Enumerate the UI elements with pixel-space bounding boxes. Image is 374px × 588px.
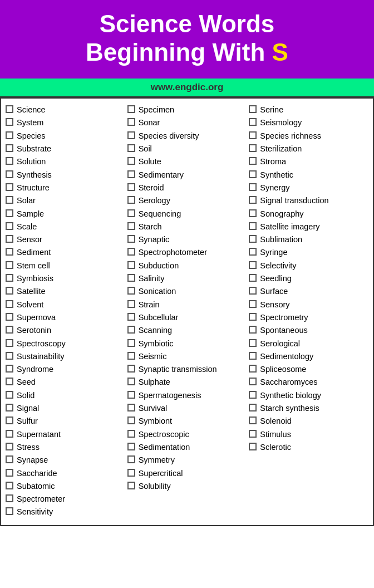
- list-item[interactable]: Starch: [127, 221, 247, 232]
- checkbox-icon[interactable]: [127, 274, 135, 282]
- list-item[interactable]: Sedimentary: [127, 169, 247, 180]
- list-item[interactable]: Solvent: [6, 299, 125, 310]
- checkbox-icon[interactable]: [249, 261, 257, 269]
- checkbox-icon[interactable]: [6, 105, 13, 113]
- list-item[interactable]: Syringe: [249, 247, 368, 258]
- checkbox-icon[interactable]: [127, 339, 135, 347]
- checkbox-icon[interactable]: [6, 313, 13, 321]
- list-item[interactable]: Seed: [6, 376, 125, 388]
- checkbox-icon[interactable]: [127, 170, 135, 178]
- list-item[interactable]: Scale: [6, 221, 125, 232]
- list-item[interactable]: Synaptic: [127, 234, 247, 245]
- checkbox-icon[interactable]: [127, 222, 135, 230]
- list-item[interactable]: Saccharomyces: [249, 376, 368, 388]
- checkbox-icon[interactable]: [127, 455, 135, 463]
- list-item[interactable]: Sonication: [127, 286, 247, 297]
- list-item[interactable]: Steroid: [127, 182, 247, 193]
- checkbox-icon[interactable]: [6, 339, 13, 347]
- list-item[interactable]: Seedling: [249, 273, 368, 284]
- list-item[interactable]: Stimulus: [249, 429, 368, 440]
- list-item[interactable]: Sensory: [249, 299, 368, 310]
- list-item[interactable]: Seismic: [127, 351, 247, 362]
- checkbox-icon[interactable]: [249, 157, 257, 165]
- list-item[interactable]: Sublimation: [249, 234, 368, 245]
- list-item[interactable]: Spliceosome: [249, 364, 368, 375]
- list-item[interactable]: Stroma: [249, 156, 368, 167]
- list-item[interactable]: Synthesis: [6, 169, 125, 180]
- list-item[interactable]: Subcellular: [127, 312, 247, 323]
- list-item[interactable]: Synergy: [249, 182, 368, 193]
- list-item[interactable]: Selectivity: [249, 260, 368, 271]
- checkbox-icon[interactable]: [127, 196, 135, 204]
- checkbox-icon[interactable]: [127, 105, 135, 113]
- checkbox-icon[interactable]: [6, 118, 13, 126]
- list-item[interactable]: Spontaneous: [249, 325, 368, 336]
- list-item[interactable]: Sedimentation: [127, 442, 247, 453]
- checkbox-icon[interactable]: [249, 352, 257, 360]
- checkbox-icon[interactable]: [249, 378, 257, 385]
- checkbox-icon[interactable]: [6, 494, 13, 502]
- checkbox-icon[interactable]: [6, 170, 13, 178]
- list-item[interactable]: Sulphate: [127, 376, 247, 388]
- checkbox-icon[interactable]: [127, 482, 135, 489]
- list-item[interactable]: Serotonin: [6, 325, 125, 336]
- list-item[interactable]: Starch synthesis: [249, 403, 368, 414]
- checkbox-icon[interactable]: [249, 274, 257, 282]
- list-item[interactable]: Supernatant: [6, 429, 125, 440]
- checkbox-icon[interactable]: [6, 430, 13, 438]
- list-item[interactable]: Satellite: [6, 286, 125, 297]
- checkbox-icon[interactable]: [6, 416, 13, 424]
- list-item[interactable]: Sonography: [249, 208, 368, 219]
- list-item[interactable]: Solution: [6, 156, 125, 167]
- checkbox-icon[interactable]: [249, 287, 257, 295]
- list-item[interactable]: Serological: [249, 338, 368, 349]
- list-item[interactable]: Serine: [249, 104, 368, 115]
- list-item[interactable]: Sterilization: [249, 143, 368, 154]
- list-item[interactable]: Solenoid: [249, 415, 368, 427]
- list-item[interactable]: Supercritical: [127, 468, 247, 479]
- checkbox-icon[interactable]: [249, 235, 257, 243]
- checkbox-icon[interactable]: [6, 196, 13, 204]
- checkbox-icon[interactable]: [6, 248, 13, 256]
- checkbox-icon[interactable]: [6, 300, 13, 308]
- checkbox-icon[interactable]: [127, 313, 135, 321]
- checkbox-icon[interactable]: [6, 274, 13, 282]
- list-item[interactable]: System: [6, 117, 125, 128]
- checkbox-icon[interactable]: [127, 326, 135, 334]
- list-item[interactable]: Supernova: [6, 312, 125, 323]
- checkbox-icon[interactable]: [127, 144, 135, 152]
- checkbox-icon[interactable]: [6, 144, 13, 152]
- checkbox-icon[interactable]: [249, 196, 257, 204]
- list-item[interactable]: Stress: [6, 442, 125, 453]
- list-item[interactable]: Spectroscopy: [6, 338, 125, 349]
- list-item[interactable]: Synthetic: [249, 169, 368, 180]
- list-item[interactable]: Spectrometry: [249, 312, 368, 323]
- checkbox-icon[interactable]: [6, 183, 13, 191]
- checkbox-icon[interactable]: [127, 235, 135, 243]
- checkbox-icon[interactable]: [127, 261, 135, 269]
- checkbox-icon[interactable]: [6, 261, 13, 269]
- checkbox-icon[interactable]: [127, 157, 135, 165]
- list-item[interactable]: Solubility: [127, 481, 247, 492]
- list-item[interactable]: Surface: [249, 286, 368, 297]
- list-item[interactable]: Sedimentology: [249, 351, 368, 362]
- checkbox-icon[interactable]: [249, 105, 257, 113]
- checkbox-icon[interactable]: [6, 157, 13, 165]
- checkbox-icon[interactable]: [249, 131, 257, 139]
- checkbox-icon[interactable]: [127, 469, 135, 477]
- list-item[interactable]: Species richness: [249, 130, 368, 141]
- checkbox-icon[interactable]: [127, 209, 135, 217]
- list-item[interactable]: Spectrophotometer: [127, 247, 247, 258]
- checkbox-icon[interactable]: [6, 469, 13, 477]
- checkbox-icon[interactable]: [127, 248, 135, 256]
- list-item[interactable]: Sensor: [6, 234, 125, 245]
- list-item[interactable]: Solar: [6, 195, 125, 206]
- checkbox-icon[interactable]: [249, 300, 257, 308]
- checkbox-icon[interactable]: [249, 339, 257, 347]
- list-item[interactable]: Sensitivity: [6, 506, 125, 517]
- checkbox-icon[interactable]: [127, 430, 135, 438]
- checkbox-icon[interactable]: [249, 391, 257, 399]
- checkbox-icon[interactable]: [6, 391, 13, 399]
- list-item[interactable]: Syndrome: [6, 364, 125, 375]
- checkbox-icon[interactable]: [249, 313, 257, 321]
